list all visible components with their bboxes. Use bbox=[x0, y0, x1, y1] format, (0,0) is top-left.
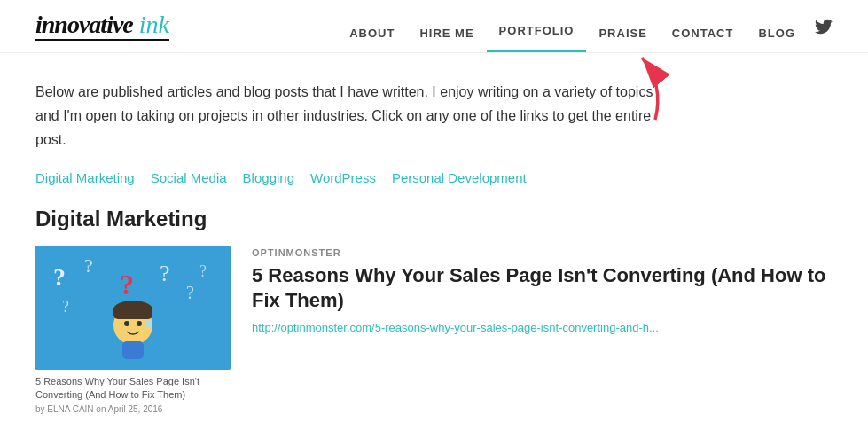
svg-text:?: ? bbox=[62, 298, 69, 316]
svg-text:?: ? bbox=[84, 254, 93, 277]
main-nav: ABOUT HIRE ME PORTFOLIO PRAISE CONTACT B… bbox=[337, 9, 833, 52]
nav-praise[interactable]: PRAISE bbox=[586, 18, 659, 52]
article-thumbnail: ? ? ? ? ? ? ? bbox=[35, 246, 231, 370]
svg-text:?: ? bbox=[120, 269, 134, 301]
logo-underline bbox=[35, 39, 169, 41]
nav-contact[interactable]: CONTACT bbox=[660, 18, 747, 52]
svg-rect-11 bbox=[113, 306, 152, 319]
intro-paragraph: Below are published articles and blog po… bbox=[35, 80, 674, 152]
twitter-icon[interactable] bbox=[808, 9, 833, 52]
article-meta: OPTINMONSTER 5 Reasons Why Your Sales Pa… bbox=[252, 246, 833, 334]
nav-portfolio[interactable]: PORTFOLIO bbox=[487, 15, 587, 52]
main-content: Below are published articles and blog po… bbox=[0, 53, 868, 441]
nav-about[interactable]: ABOUT bbox=[337, 18, 407, 52]
section-title-digital-marketing: Digital Marketing bbox=[35, 207, 833, 231]
svg-point-13 bbox=[137, 321, 142, 326]
svg-text:?: ? bbox=[199, 262, 207, 280]
svg-point-12 bbox=[124, 321, 129, 326]
svg-text:?: ? bbox=[160, 261, 170, 286]
category-personal-development[interactable]: Personal Development bbox=[392, 170, 527, 185]
category-links: Digital Marketing Social Media Blogging … bbox=[35, 170, 833, 185]
site-logo[interactable]: innovative ink bbox=[35, 12, 169, 50]
article-image-container: ? ? ? ? ? ? ? bbox=[35, 246, 231, 415]
svg-text:?: ? bbox=[186, 283, 194, 302]
svg-point-15 bbox=[145, 319, 152, 328]
article-row: ? ? ? ? ? ? ? bbox=[35, 246, 833, 415]
article-title[interactable]: 5 Reasons Why Your Sales Page Isn't Conv… bbox=[252, 263, 833, 314]
article-source: OPTINMONSTER bbox=[252, 247, 833, 258]
category-social-media[interactable]: Social Media bbox=[151, 170, 227, 185]
site-header: innovative ink ABOUT HIRE ME PORTFOLIO P… bbox=[0, 0, 868, 53]
article-image-caption: 5 Reasons Why Your Sales Page Isn't Conv… bbox=[35, 375, 231, 402]
svg-text:?: ? bbox=[53, 263, 66, 291]
logo-text-ink: ink bbox=[133, 11, 169, 38]
logo-text-main: innovative bbox=[35, 11, 133, 38]
article-url[interactable]: http://optinmonster.com/5-reasons-why-yo… bbox=[252, 321, 833, 334]
category-blogging[interactable]: Blogging bbox=[243, 170, 294, 185]
article-image-byline: by ELNA CAIN on April 25, 2016 bbox=[35, 404, 231, 414]
nav-blog[interactable]: BLOG bbox=[746, 18, 808, 52]
category-digital-marketing[interactable]: Digital Marketing bbox=[35, 170, 135, 185]
svg-rect-14 bbox=[122, 341, 144, 359]
category-wordpress[interactable]: WordPress bbox=[310, 170, 376, 185]
nav-hire-me[interactable]: HIRE ME bbox=[407, 18, 486, 52]
